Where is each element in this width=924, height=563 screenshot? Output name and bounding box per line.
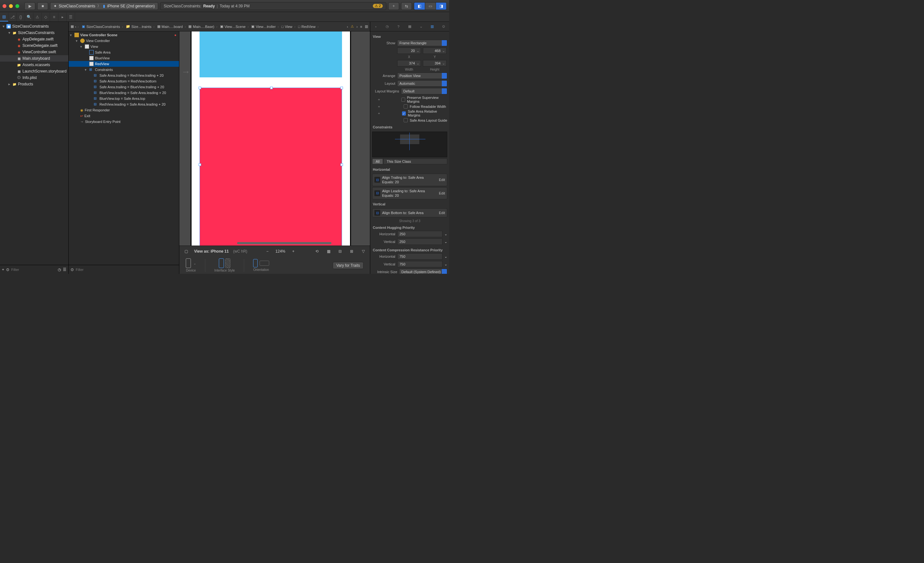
entry-row[interactable]: →Storyboard Entry Point bbox=[69, 119, 179, 125]
resize-handle[interactable] bbox=[270, 87, 273, 89]
filter-input[interactable] bbox=[11, 268, 56, 272]
edit-button[interactable]: Edit bbox=[439, 178, 445, 182]
height-field[interactable]: 394 bbox=[423, 60, 447, 66]
layout-select[interactable]: Automatic bbox=[397, 80, 447, 87]
scheme-selector[interactable]: ✦ SizeClassConstraints 〉 ▮ iPhone SE (2n… bbox=[50, 2, 158, 10]
close-window[interactable] bbox=[3, 4, 6, 8]
constraint-item[interactable]: ⊟Safe Area.bottom = RedView.bottom bbox=[69, 78, 179, 84]
scm-filter-icon[interactable]: ☰ bbox=[63, 267, 66, 272]
intrinsic-select[interactable]: Default (System Defined) bbox=[399, 269, 447, 274]
run-button[interactable]: ▶ bbox=[24, 2, 35, 10]
width-field[interactable]: 374 bbox=[397, 60, 421, 66]
constraint-item[interactable]: ⊟Safe Area.trailing = BlueView.trailing … bbox=[69, 84, 179, 90]
constraint-item[interactable]: ⊟BlueView.top = Safe Area.top bbox=[69, 96, 179, 101]
zoom-window[interactable] bbox=[15, 4, 19, 8]
group-row[interactable]: ▾📁SizeClassConstraints bbox=[0, 30, 68, 36]
resize-handle[interactable] bbox=[199, 87, 201, 89]
vc-row[interactable]: ▾View Controller bbox=[69, 38, 179, 44]
find-tab[interactable]: 🔍 bbox=[25, 12, 33, 21]
code-review-button[interactable]: ⇆ bbox=[401, 2, 412, 10]
clock-icon[interactable]: ◷ bbox=[58, 267, 61, 272]
products-row[interactable]: ▸📁Products bbox=[0, 81, 68, 87]
firstresponder-row[interactable]: ◉First Responder bbox=[69, 107, 179, 113]
prev-issue[interactable]: ‹ bbox=[347, 25, 348, 29]
project-row[interactable]: ▾▣SizeClassConstraints bbox=[0, 23, 68, 30]
file-row[interactable]: ◉AppDelegate.swift bbox=[0, 36, 68, 42]
x-field[interactable]: 20 bbox=[397, 48, 421, 54]
interface-style-picker[interactable]: Interface Style bbox=[214, 258, 235, 272]
constraint-trailing[interactable]: ⊟Align Trailing to: Safe AreaEquals: 20E… bbox=[372, 174, 447, 186]
edit-button[interactable]: Edit bbox=[439, 191, 445, 195]
exit-row[interactable]: ↩Exit bbox=[69, 113, 179, 119]
blueview[interactable] bbox=[200, 32, 342, 77]
next-issue[interactable]: › bbox=[357, 25, 358, 29]
resize-handle[interactable] bbox=[340, 87, 343, 89]
edit-button[interactable]: Edit bbox=[439, 211, 445, 215]
adjust-options[interactable]: ≡ bbox=[360, 25, 362, 29]
library-button[interactable]: ＋ bbox=[388, 2, 399, 10]
size-inspector-tab[interactable]: ▥ bbox=[427, 22, 438, 31]
ccrp-h-field[interactable]: 750 bbox=[397, 253, 442, 260]
arrange-select[interactable]: Position View bbox=[397, 72, 447, 79]
toggle-navigator[interactable]: ◧ bbox=[414, 2, 425, 10]
zoom-level[interactable]: 124% bbox=[276, 249, 285, 254]
constraint-leading[interactable]: ⊟Align Leading to: Safe AreaEquals: 20Ed… bbox=[372, 187, 447, 200]
stop-button[interactable]: ■ bbox=[37, 2, 48, 10]
issue-tab[interactable]: ⚠ bbox=[33, 12, 42, 21]
jump-bar[interactable]: ▦ ‹ › ▣SizeClassConstraints 📁Size…traint… bbox=[69, 22, 370, 32]
constraint-item[interactable]: ⊟RedView.leading = Safe Area.leading + 2… bbox=[69, 101, 179, 107]
show-select[interactable]: Frame Rectangle bbox=[397, 40, 447, 46]
y-field[interactable]: 468 bbox=[423, 48, 447, 54]
minimize-window[interactable] bbox=[9, 4, 13, 8]
toggle-inspector[interactable]: ◨ bbox=[436, 2, 447, 10]
symbol-tab[interactable]: {} bbox=[16, 12, 25, 21]
constraint-bottom[interactable]: ⊟Align Bottom to: Safe AreaEdit bbox=[372, 208, 447, 217]
device-frame[interactable] bbox=[190, 32, 351, 246]
outline-filter-input[interactable] bbox=[76, 268, 177, 272]
constraint-item[interactable]: ⊟Safe Area.trailing = RedView.trailing +… bbox=[69, 72, 179, 78]
back-button[interactable]: ‹ bbox=[75, 25, 76, 29]
project-navigator-tab[interactable]: ▤ bbox=[0, 12, 8, 21]
preserve-checkbox[interactable] bbox=[401, 98, 405, 102]
report-tab[interactable]: ☰ bbox=[67, 12, 75, 21]
zoom-in[interactable]: + bbox=[290, 248, 297, 255]
constraints-row[interactable]: ▾⊞Constraints bbox=[69, 67, 179, 72]
margins-select[interactable]: Default bbox=[401, 88, 447, 95]
inspector-body[interactable]: View ShowFrame Rectangle 20468 XY 374394… bbox=[370, 32, 449, 274]
toggle-debug[interactable]: ▭ bbox=[425, 2, 436, 10]
identity-inspector-tab[interactable]: ▦ bbox=[404, 22, 415, 31]
readable-checkbox[interactable] bbox=[404, 104, 408, 108]
warning-icon[interactable]: ⚠ bbox=[351, 24, 354, 29]
constraint-item[interactable]: ⊟BlueView.leading = Safe Area.leading + … bbox=[69, 90, 179, 96]
warning-badge[interactable]: ⚠ 2 bbox=[373, 4, 383, 8]
ccrp-v-field[interactable]: 750 bbox=[397, 261, 442, 267]
resolve-button[interactable]: ▽ bbox=[360, 248, 367, 255]
history-inspector-tab[interactable]: ◷ bbox=[381, 22, 393, 31]
resize-handle[interactable] bbox=[340, 164, 343, 166]
align-button[interactable]: ⊟ bbox=[336, 248, 344, 255]
zoom-out[interactable]: − bbox=[264, 248, 271, 255]
blueview-row[interactable]: BlueView bbox=[69, 55, 179, 61]
scene-row[interactable]: ▾View Controller Scene● bbox=[69, 32, 179, 38]
orientation-picker[interactable]: Orientation bbox=[253, 259, 269, 272]
device-picker[interactable]: ⌄Device bbox=[186, 258, 196, 272]
source-control-tab[interactable]: ⎇ bbox=[8, 12, 16, 21]
file-row[interactable]: ◉ViewController.swift bbox=[0, 49, 68, 55]
chp-v-field[interactable]: 250 bbox=[397, 239, 442, 245]
safearea-row[interactable]: Safe Area bbox=[69, 50, 179, 55]
vary-for-traits-button[interactable]: Vary for Traits bbox=[333, 262, 363, 269]
add-button[interactable]: + bbox=[2, 267, 4, 272]
update-frames[interactable]: ⟲ bbox=[314, 248, 321, 255]
assistant-button[interactable]: ▥ bbox=[365, 24, 368, 29]
embed-in[interactable]: ▦ bbox=[325, 248, 332, 255]
forward-button[interactable]: › bbox=[78, 25, 79, 29]
horizontal-scrollbar[interactable] bbox=[237, 242, 332, 244]
file-row[interactable]: ▦LaunchScreen.storyboard bbox=[0, 68, 68, 75]
breakpoint-tab[interactable]: ▸ bbox=[58, 12, 67, 21]
debug-tab[interactable]: ≡ bbox=[50, 12, 58, 21]
file-row[interactable]: 📁Assets.xcassets bbox=[0, 62, 68, 68]
outline-toggle[interactable]: ▢ bbox=[183, 248, 190, 255]
file-tree[interactable]: ▾▣SizeClassConstraints ▾📁SizeClassConstr… bbox=[0, 22, 68, 265]
redview-row[interactable]: RedView bbox=[69, 61, 179, 67]
safeguide-checkbox[interactable] bbox=[404, 118, 408, 122]
